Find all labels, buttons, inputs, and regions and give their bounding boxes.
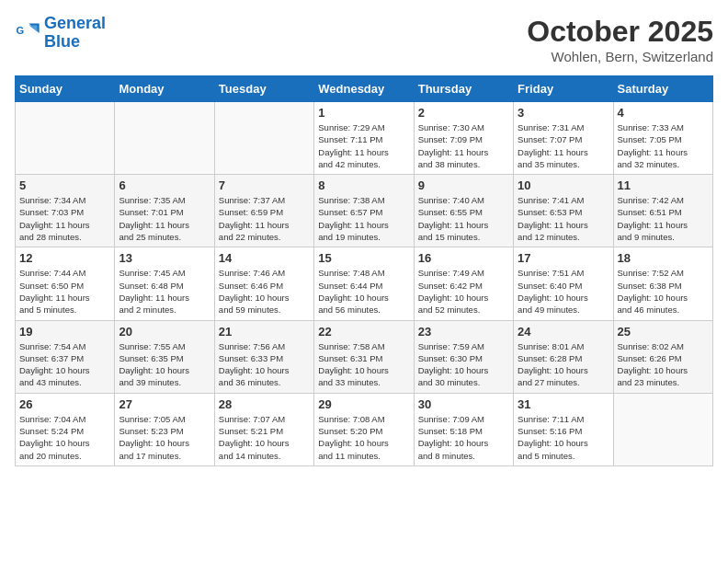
day-number: 4	[618, 106, 709, 120]
calendar-cell: 15Sunrise: 7:48 AMSunset: 6:44 PMDayligh…	[314, 247, 414, 320]
calendar-cell: 8Sunrise: 7:38 AMSunset: 6:57 PMDaylight…	[314, 175, 414, 247]
calendar-cell: 16Sunrise: 7:49 AMSunset: 6:42 PMDayligh…	[414, 247, 513, 320]
day-number: 22	[318, 325, 409, 339]
cell-content: Sunrise: 7:30 AMSunset: 7:09 PMDaylight:…	[418, 121, 509, 170]
day-number: 2	[418, 106, 509, 120]
day-number: 30	[418, 397, 509, 411]
calendar-cell: 12Sunrise: 7:44 AMSunset: 6:50 PMDayligh…	[16, 247, 115, 320]
cell-content: Sunrise: 7:33 AMSunset: 7:05 PMDaylight:…	[618, 121, 709, 170]
day-number: 7	[219, 178, 310, 192]
day-number: 15	[318, 251, 409, 265]
calendar-cell: 9Sunrise: 7:40 AMSunset: 6:55 PMDaylight…	[414, 175, 513, 247]
cell-content: Sunrise: 7:59 AMSunset: 6:30 PMDaylight:…	[418, 340, 509, 389]
day-number: 25	[618, 325, 709, 339]
cell-content: Sunrise: 7:52 AMSunset: 6:38 PMDaylight:…	[618, 267, 709, 316]
day-number: 14	[219, 251, 310, 265]
calendar-cell: 18Sunrise: 7:52 AMSunset: 6:38 PMDayligh…	[613, 247, 712, 320]
calendar-cell: 23Sunrise: 7:59 AMSunset: 6:30 PMDayligh…	[414, 320, 513, 393]
calendar-cell: 30Sunrise: 7:09 AMSunset: 5:18 PMDayligh…	[414, 393, 513, 465]
month-title: October 2025	[527, 15, 713, 49]
day-number: 31	[518, 397, 609, 411]
week-row-5: 26Sunrise: 7:04 AMSunset: 5:24 PMDayligh…	[16, 393, 713, 465]
calendar-cell: 7Sunrise: 7:37 AMSunset: 6:59 PMDaylight…	[214, 175, 313, 247]
cell-content: Sunrise: 7:07 AMSunset: 5:21 PMDaylight:…	[219, 413, 310, 462]
cell-content: Sunrise: 8:02 AMSunset: 6:26 PMDaylight:…	[618, 340, 709, 389]
cell-content: Sunrise: 7:58 AMSunset: 6:31 PMDaylight:…	[318, 340, 409, 389]
week-row-2: 5Sunrise: 7:34 AMSunset: 7:03 PMDaylight…	[16, 175, 713, 247]
day-header-thursday: Thursday	[414, 76, 513, 102]
calendar-cell	[16, 102, 115, 175]
day-number: 26	[19, 397, 110, 411]
cell-content: Sunrise: 7:11 AMSunset: 5:16 PMDaylight:…	[518, 413, 609, 462]
calendar-cell	[613, 393, 712, 465]
day-number: 21	[219, 325, 310, 339]
calendar-cell: 3Sunrise: 7:31 AMSunset: 7:07 PMDaylight…	[514, 102, 613, 175]
day-number: 5	[19, 178, 110, 192]
cell-content: Sunrise: 7:35 AMSunset: 7:01 PMDaylight:…	[119, 194, 210, 243]
cell-content: Sunrise: 7:29 AMSunset: 7:11 PMDaylight:…	[318, 121, 409, 170]
cell-content: Sunrise: 7:56 AMSunset: 6:33 PMDaylight:…	[219, 340, 310, 389]
cell-content: Sunrise: 7:37 AMSunset: 6:59 PMDaylight:…	[219, 194, 310, 243]
day-number: 1	[318, 106, 409, 120]
calendar-cell: 22Sunrise: 7:58 AMSunset: 6:31 PMDayligh…	[314, 320, 414, 393]
cell-content: Sunrise: 7:55 AMSunset: 6:35 PMDaylight:…	[119, 340, 210, 389]
day-number: 11	[618, 178, 709, 192]
calendar-cell: 31Sunrise: 7:11 AMSunset: 5:16 PMDayligh…	[514, 393, 613, 465]
day-number: 29	[318, 397, 409, 411]
cell-content: Sunrise: 7:05 AMSunset: 5:23 PMDaylight:…	[119, 413, 210, 462]
calendar-cell	[115, 102, 214, 175]
calendar-cell: 25Sunrise: 8:02 AMSunset: 6:26 PMDayligh…	[613, 320, 712, 393]
cell-content: Sunrise: 7:54 AMSunset: 6:37 PMDaylight:…	[19, 340, 110, 389]
calendar-cell: 11Sunrise: 7:42 AMSunset: 6:51 PMDayligh…	[613, 175, 712, 247]
day-number: 13	[119, 251, 210, 265]
logo-line1: General	[44, 14, 106, 32]
logo-line2: Blue	[44, 32, 80, 51]
day-header-wednesday: Wednesday	[314, 76, 414, 102]
cell-content: Sunrise: 7:51 AMSunset: 6:40 PMDaylight:…	[518, 267, 609, 316]
location: Wohlen, Bern, Switzerland	[527, 49, 713, 64]
cell-content: Sunrise: 7:41 AMSunset: 6:53 PMDaylight:…	[518, 194, 609, 243]
day-number: 10	[518, 178, 609, 192]
day-number: 17	[518, 251, 609, 265]
week-row-4: 19Sunrise: 7:54 AMSunset: 6:37 PMDayligh…	[16, 320, 713, 393]
cell-content: Sunrise: 7:40 AMSunset: 6:55 PMDaylight:…	[418, 194, 509, 243]
calendar-cell: 5Sunrise: 7:34 AMSunset: 7:03 PMDaylight…	[16, 175, 115, 247]
day-header-saturday: Saturday	[613, 76, 712, 102]
svg-marker-2	[28, 25, 37, 31]
day-number: 3	[518, 106, 609, 120]
svg-text:G: G	[16, 25, 24, 36]
week-row-1: 1Sunrise: 7:29 AMSunset: 7:11 PMDaylight…	[16, 102, 713, 175]
cell-content: Sunrise: 7:09 AMSunset: 5:18 PMDaylight:…	[418, 413, 509, 462]
day-number: 8	[318, 178, 409, 192]
cell-content: Sunrise: 7:04 AMSunset: 5:24 PMDaylight:…	[19, 413, 110, 462]
calendar-cell: 1Sunrise: 7:29 AMSunset: 7:11 PMDaylight…	[314, 102, 414, 175]
calendar-cell: 24Sunrise: 8:01 AMSunset: 6:28 PMDayligh…	[514, 320, 613, 393]
week-row-3: 12Sunrise: 7:44 AMSunset: 6:50 PMDayligh…	[16, 247, 713, 320]
cell-content: Sunrise: 7:49 AMSunset: 6:42 PMDaylight:…	[418, 267, 509, 316]
calendar-cell: 29Sunrise: 7:08 AMSunset: 5:20 PMDayligh…	[314, 393, 414, 465]
day-number: 23	[418, 325, 509, 339]
calendar-cell: 14Sunrise: 7:46 AMSunset: 6:46 PMDayligh…	[214, 247, 313, 320]
calendar-cell: 17Sunrise: 7:51 AMSunset: 6:40 PMDayligh…	[514, 247, 613, 320]
calendar-cell	[214, 102, 313, 175]
page-header: G General Blue October 2025 Wohlen, Bern…	[15, 15, 713, 64]
day-number: 6	[119, 178, 210, 192]
cell-content: Sunrise: 7:08 AMSunset: 5:20 PMDaylight:…	[318, 413, 409, 462]
day-number: 28	[219, 397, 310, 411]
cell-content: Sunrise: 7:48 AMSunset: 6:44 PMDaylight:…	[318, 267, 409, 316]
calendar-cell: 20Sunrise: 7:55 AMSunset: 6:35 PMDayligh…	[115, 320, 214, 393]
day-number: 18	[618, 251, 709, 265]
day-header-friday: Friday	[514, 76, 613, 102]
cell-content: Sunrise: 7:44 AMSunset: 6:50 PMDaylight:…	[19, 267, 110, 316]
calendar-cell: 4Sunrise: 7:33 AMSunset: 7:05 PMDaylight…	[613, 102, 712, 175]
day-header-monday: Monday	[115, 76, 214, 102]
cell-content: Sunrise: 7:31 AMSunset: 7:07 PMDaylight:…	[518, 121, 609, 170]
day-header-tuesday: Tuesday	[214, 76, 313, 102]
calendar-cell: 27Sunrise: 7:05 AMSunset: 5:23 PMDayligh…	[115, 393, 214, 465]
day-header-sunday: Sunday	[16, 76, 115, 102]
calendar-cell: 13Sunrise: 7:45 AMSunset: 6:48 PMDayligh…	[115, 247, 214, 320]
header-row: SundayMondayTuesdayWednesdayThursdayFrid…	[16, 76, 713, 102]
cell-content: Sunrise: 7:45 AMSunset: 6:48 PMDaylight:…	[119, 267, 210, 316]
calendar-cell: 21Sunrise: 7:56 AMSunset: 6:33 PMDayligh…	[214, 320, 313, 393]
calendar-cell: 6Sunrise: 7:35 AMSunset: 7:01 PMDaylight…	[115, 175, 214, 247]
